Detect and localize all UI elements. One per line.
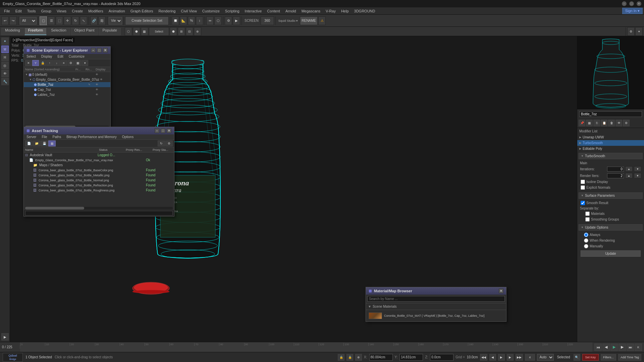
update-button[interactable]: Update [581, 250, 641, 257]
sidebar-motion[interactable]: ◎ [1, 62, 9, 69]
sidebar-modify[interactable]: ⚒ [1, 46, 9, 53]
uo-always-radio[interactable] [584, 233, 588, 237]
sp-smoothgroups-checkbox[interactable] [585, 217, 590, 222]
tab-object-paint[interactable]: Object Paint [71, 28, 98, 35]
world-space-btn[interactable]: ⊕ [355, 354, 362, 361]
set-key-button[interactable]: Set Key [582, 354, 599, 361]
view-select-dropdown[interactable]: View [109, 17, 122, 24]
angle-snap-button[interactable]: 📐 [180, 16, 187, 25]
timeline-track[interactable]: 0 10 20 30 40 50 60 70 80 90 100 110 120… [20, 342, 592, 352]
menu-arnold[interactable]: Arnold [283, 8, 299, 14]
auto-key-select[interactable]: Auto [537, 354, 554, 361]
scale-button[interactable]: ⤡ [80, 16, 87, 25]
ts-iterations-down[interactable]: ▼ [634, 166, 641, 172]
menu-views[interactable]: Views [54, 8, 69, 14]
ts-renderiter-input[interactable] [607, 173, 624, 178]
create-selection-set-button[interactable]: Create Selection Set [125, 16, 169, 25]
selection-filter-dropdown[interactable]: All [20, 17, 37, 24]
search-btn[interactable]: 🔍 [574, 354, 580, 361]
at-row-maps-folder[interactable]: 📁 Maps / Shaders [24, 163, 174, 168]
tab-selection[interactable]: Selection [47, 28, 70, 35]
uo-rendering-radio[interactable] [584, 238, 588, 243]
render-setup-button[interactable]: ⚙ [225, 16, 232, 25]
align-button[interactable]: ⬡ [214, 16, 222, 25]
maximize-button[interactable]: □ [629, 1, 634, 6]
x-input[interactable] [369, 354, 393, 361]
rotate-button[interactable]: ↻ [72, 16, 79, 25]
redo-button[interactable]: ↪ [9, 16, 17, 25]
ts-renderiter-down[interactable]: ▼ [634, 173, 641, 178]
z-input[interactable] [430, 354, 453, 361]
freeform-more[interactable]: ▾ [635, 27, 643, 36]
freeform-btn7[interactable]: ⊕ [194, 27, 201, 36]
frame-counter[interactable]: 4 [525, 354, 535, 361]
copy-icon[interactable]: ⎘ [593, 120, 600, 126]
tl-prev-frame[interactable]: ◀ [602, 344, 610, 351]
menu-edit[interactable]: Edit [13, 8, 24, 14]
ts-isoline-checkbox[interactable] [581, 180, 585, 184]
at-tb-settings[interactable]: ⚙ [165, 140, 173, 146]
at-row-tex2[interactable]: 🖼 Corona_beer_glass_bottle_07oz_Bottle_M… [24, 173, 174, 178]
mb-material-row[interactable]: Coronita_Bottle_07oz_MAT ( VRayMtl ) [Bo… [367, 311, 505, 320]
at-maximize-btn[interactable]: □ [161, 128, 165, 133]
more-icon[interactable]: ⚙ [623, 120, 630, 126]
se-tb-layers[interactable]: ▦ [74, 60, 81, 66]
uo-manually-radio[interactable] [584, 244, 588, 248]
close-button[interactable]: ✕ [637, 1, 641, 6]
at-tb-track[interactable]: ▦ [48, 140, 56, 146]
tl-next-frame[interactable]: ▶ [619, 344, 626, 351]
menu-file[interactable]: File [1, 8, 13, 14]
tl-go-end[interactable]: ⏭ [627, 344, 634, 351]
se-tb-down[interactable]: ↓ [53, 60, 60, 66]
menu-rendering[interactable]: Rendering [156, 8, 178, 14]
prev-key-btn[interactable]: ◀◀ [480, 354, 487, 361]
se-tb-options[interactable]: ⚙ [67, 60, 74, 66]
menu-scripting[interactable]: Scripting [222, 8, 242, 14]
menu-3dground[interactable]: 3DGROUND [352, 8, 378, 14]
ts-renderiter-up[interactable]: ▲ [625, 173, 633, 178]
sidebar-display[interactable]: 👁 [1, 70, 9, 77]
prev-frame-btn[interactable]: ◀ [489, 354, 496, 361]
sidebar-create[interactable]: ✦ [1, 38, 9, 45]
viewport[interactable]: [+][Perspective][Standard][Edged Faces] … [10, 36, 577, 342]
menu-create[interactable]: Create [69, 8, 86, 14]
modifier-turbosmooth[interactable]: ▶ TurboSmooth [577, 140, 644, 146]
se-tb-lock[interactable]: 🔒 [39, 60, 46, 66]
at-horizontal-scrollbar[interactable] [25, 207, 173, 209]
tl-play[interactable]: ▶ [610, 344, 618, 351]
at-menu-options[interactable]: Options [119, 134, 136, 139]
menu-vray[interactable]: V-Ray [323, 8, 338, 14]
snap-toggle-button[interactable]: 🔲 [172, 16, 179, 25]
lock-selection-btn[interactable]: 🔒 [338, 354, 344, 361]
add-time-tag-button[interactable]: Add Time Tag [618, 354, 641, 361]
filters-button[interactable]: Filters... [601, 354, 616, 361]
at-tb-open[interactable]: 📁 [33, 140, 40, 146]
se-row-lables[interactable]: ⬢ Lables_7oz 👁 [24, 92, 110, 97]
freeform-btn6[interactable]: ⊟ [186, 27, 193, 36]
sp-materials-checkbox[interactable] [585, 212, 590, 216]
se-row-bottle[interactable]: ⬢ Bottle_7oz ✎ 👁 [24, 82, 110, 87]
se-close-btn[interactable]: ✕ [103, 48, 108, 53]
se-row-default[interactable]: ▼ ▦ 0 (default) 👁 [24, 72, 110, 77]
play-btn2[interactable]: ▶ [498, 354, 505, 361]
menu-civil-view[interactable]: Civil View [178, 8, 199, 14]
menu-megascans[interactable]: Megascans [299, 8, 323, 14]
freeform-btn3[interactable]: ▦ [141, 27, 148, 36]
at-menu-server[interactable]: Server [24, 134, 39, 139]
mirror-button[interactable]: ⇔ [206, 16, 214, 25]
render-button[interactable]: ▶ [233, 16, 240, 25]
se-tb-more[interactable]: ▾ [82, 60, 88, 66]
at-row-tex3[interactable]: 🖼 Corona_beer_glass_bottle_07oz_Bottle_N… [24, 178, 174, 183]
at-menu-file[interactable]: File [39, 134, 50, 139]
select-object-button[interactable]: ▢ [40, 16, 47, 25]
at-row-tex1[interactable]: 🖼 Corona_beer_glass_bottle_07oz_Bottle_B… [24, 168, 174, 173]
freeform-btn1[interactable]: ⬡ [125, 27, 132, 36]
at-statusbar-input[interactable] [25, 211, 173, 216]
tl-go-start[interactable]: ⏮ [594, 344, 602, 351]
se-menu-customize[interactable]: Customize [66, 54, 87, 59]
mb-search-input[interactable] [367, 296, 505, 302]
next-frame-btn[interactable]: ▶ [507, 354, 514, 361]
menu-graph-editors[interactable]: Graph Editors [128, 8, 156, 14]
object-name-input[interactable] [579, 111, 642, 117]
freeform-btn5[interactable]: ⊞ [178, 27, 185, 36]
